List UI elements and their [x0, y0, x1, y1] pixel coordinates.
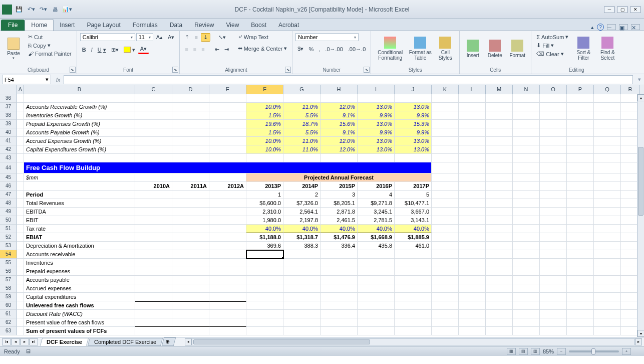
cell-O55[interactable] [540, 259, 567, 267]
cell-N47[interactable] [513, 191, 540, 199]
formula-input[interactable] [64, 75, 633, 84]
help-icon[interactable]: ? [597, 24, 604, 31]
conditional-formatting-button[interactable]: Conditional Formatting [374, 33, 406, 64]
cut-button[interactable]: ✂Cut [26, 33, 74, 41]
row-header-48[interactable]: 48 [0, 199, 17, 208]
cell-A62[interactable] [17, 318, 24, 327]
cell-F59[interactable] [246, 293, 283, 301]
align-middle-icon[interactable]: ≡ [192, 34, 199, 41]
cell-P45[interactable] [567, 173, 594, 182]
cell-F45[interactable]: Projected Annual Forecast [246, 173, 432, 182]
row-header-49[interactable]: 49 [0, 208, 17, 216]
increase-decimal-icon[interactable]: .0→.00 [323, 46, 345, 53]
cell-J39[interactable]: 15.3% [395, 120, 432, 128]
cell-B55[interactable]: Inventories [24, 259, 135, 267]
autosum-button[interactable]: ΣAutoSum ▾ [534, 33, 570, 41]
cell-J38[interactable]: 9.9% [395, 111, 432, 120]
cell-O50[interactable] [540, 216, 567, 225]
cell-D55[interactable] [172, 259, 209, 267]
cell-N52[interactable] [513, 233, 540, 242]
cell-P62[interactable] [567, 318, 594, 327]
percent-format-icon[interactable]: % [306, 46, 315, 53]
page-layout-view-icon[interactable]: ▤ [519, 348, 528, 355]
cell-P42[interactable] [567, 145, 594, 154]
qat-redo-icon[interactable]: ↷▾ [38, 5, 48, 15]
cell-M44[interactable] [486, 162, 513, 173]
cell-I42[interactable]: 13.0% [358, 145, 395, 154]
cell-A57[interactable] [17, 276, 24, 284]
cell-A45[interactable] [17, 173, 24, 182]
cell-H48[interactable]: $8,205.1 [320, 199, 358, 208]
cell-A54[interactable] [17, 250, 24, 259]
italic-button[interactable]: I [89, 46, 95, 53]
cell-K36[interactable] [432, 94, 459, 103]
cell-O61[interactable] [540, 310, 567, 318]
cell-J62[interactable] [395, 318, 432, 327]
cell-Q41[interactable] [594, 137, 621, 145]
cell-N56[interactable] [513, 267, 540, 276]
cell-O47[interactable] [540, 191, 567, 199]
cell-I43[interactable] [358, 154, 395, 162]
cell-K47[interactable] [432, 191, 459, 199]
cell-B54[interactable]: Accounts receivable [24, 250, 135, 259]
alignment-launcher[interactable]: ⬊ [285, 67, 291, 73]
cell-L36[interactable] [459, 94, 486, 103]
cell-H62[interactable] [320, 318, 358, 327]
cell-H60[interactable] [320, 301, 358, 310]
cell-G61[interactable] [283, 310, 320, 318]
cell-L53[interactable] [459, 242, 486, 250]
cell-O42[interactable] [540, 145, 567, 154]
copy-button[interactable]: ⎘Copy ▾ [26, 42, 74, 49]
fill-color-button[interactable]: ▾ [122, 46, 137, 54]
cell-L62[interactable] [459, 318, 486, 327]
tab-insert[interactable]: Insert [54, 20, 81, 31]
cell-E54[interactable] [209, 250, 246, 259]
minimize-button[interactable]: ─ [604, 6, 615, 13]
row-header-42[interactable]: 42 [0, 145, 17, 154]
cell-D38[interactable] [172, 111, 209, 120]
cell-Q57[interactable] [594, 276, 621, 284]
cell-L44[interactable] [459, 162, 486, 173]
cell-C39[interactable] [135, 120, 172, 128]
cell-A37[interactable] [17, 103, 24, 111]
cell-L46[interactable] [459, 182, 486, 191]
cell-K38[interactable] [432, 111, 459, 120]
cell-M53[interactable] [486, 242, 513, 250]
tab-acrobat[interactable]: Acrobat [272, 20, 305, 31]
cell-M43[interactable] [486, 154, 513, 162]
cell-O36[interactable] [540, 94, 567, 103]
cell-K41[interactable] [432, 137, 459, 145]
clipboard-launcher[interactable]: ⬊ [70, 67, 76, 73]
cell-N61[interactable] [513, 310, 540, 318]
zoom-level[interactable]: 85% [543, 348, 554, 354]
sheet-tab-dcf-exercise[interactable]: DCF Exercise [40, 338, 89, 346]
cell-I58[interactable] [358, 284, 395, 293]
cell-I61[interactable] [358, 310, 395, 318]
cell-P56[interactable] [567, 267, 594, 276]
cell-P59[interactable] [567, 293, 594, 301]
cell-I54[interactable] [358, 250, 395, 259]
cell-Q54[interactable] [594, 250, 621, 259]
cell-H47[interactable]: 3 [320, 191, 358, 199]
cell-F57[interactable] [246, 276, 283, 284]
cell-D46[interactable]: 2011A [172, 182, 209, 191]
cell-P57[interactable] [567, 276, 594, 284]
cell-G48[interactable]: $7,326.0 [283, 199, 320, 208]
cell-G36[interactable] [283, 94, 320, 103]
cell-C48[interactable] [135, 199, 172, 208]
tab-data[interactable]: Data [164, 20, 188, 31]
cell-M47[interactable] [486, 191, 513, 199]
cell-C47[interactable] [135, 191, 172, 199]
cell-A53[interactable] [17, 242, 24, 250]
cell-J56[interactable] [395, 267, 432, 276]
cell-D59[interactable] [172, 293, 209, 301]
last-sheet-icon[interactable]: ▸I [29, 338, 38, 345]
cell-A56[interactable] [17, 267, 24, 276]
cell-J60[interactable] [395, 301, 432, 310]
cell-P48[interactable] [567, 199, 594, 208]
qat-chart-icon[interactable]: 📊▾ [62, 5, 72, 15]
zoom-out-icon[interactable]: − [557, 348, 566, 355]
cell-B59[interactable]: Capital expenditures [24, 293, 135, 301]
cell-L39[interactable] [459, 120, 486, 128]
row-header-39[interactable]: 39 [0, 120, 17, 128]
